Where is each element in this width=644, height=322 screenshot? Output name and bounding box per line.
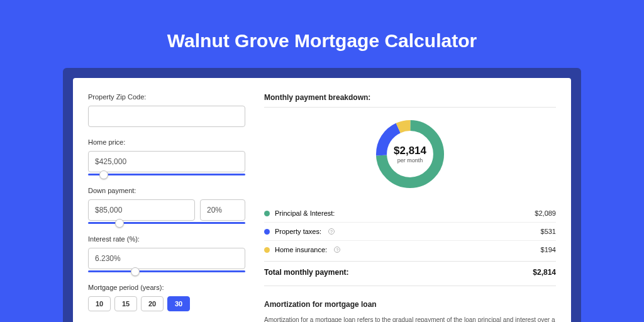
legend-dot <box>264 247 270 253</box>
period-btn-10[interactable]: 10 <box>88 296 111 311</box>
calculator-card: Property Zip Code: Home price: Down paym… <box>73 78 571 322</box>
total-value: $2,814 <box>533 268 556 277</box>
rate-input[interactable] <box>88 248 245 269</box>
total-label: Total monthly payment: <box>264 268 348 277</box>
zip-label: Property Zip Code: <box>88 93 245 101</box>
period-btn-30[interactable]: 30 <box>167 296 190 311</box>
zip-field: Property Zip Code: <box>88 93 245 127</box>
rate-slider[interactable] <box>88 270 245 272</box>
total-row: Total monthly payment: $2,814 <box>264 261 556 286</box>
legend-row: Property taxes:?$531 <box>264 223 556 241</box>
donut-chart: $2,814 per month <box>372 116 448 192</box>
legend-value: $531 <box>541 228 556 235</box>
page-title: Walnut Grove Mortgage Calculator <box>63 30 581 52</box>
price-slider-thumb[interactable] <box>99 170 108 179</box>
period-field: Mortgage period (years): 10152030 <box>88 284 245 311</box>
legend-row: Home insurance:?$194 <box>264 241 556 258</box>
donut-unit: per month <box>397 157 423 164</box>
breakdown-column: Monthly payment breakdown: $2,814 per mo… <box>264 93 556 322</box>
price-input[interactable] <box>88 151 245 172</box>
zip-input[interactable] <box>88 106 245 127</box>
breakdown-title: Monthly payment breakdown: <box>264 93 556 108</box>
donut-chart-wrap: $2,814 per month <box>264 116 556 192</box>
legend-row: Principal & Interest:$2,089 <box>264 204 556 223</box>
legend-value: $194 <box>541 246 556 253</box>
amortization-text: Amortization for a mortgage loan refers … <box>264 315 556 322</box>
period-btn-20[interactable]: 20 <box>141 296 164 311</box>
down-percent-input[interactable] <box>200 199 245 221</box>
info-icon[interactable]: ? <box>328 228 335 235</box>
legend-label: Property taxes: <box>275 228 321 235</box>
legend-label: Home insurance: <box>275 246 327 253</box>
donut-value: $2,814 <box>394 145 426 157</box>
period-label: Mortgage period (years): <box>88 284 245 291</box>
period-btn-15[interactable]: 15 <box>114 296 137 311</box>
amortization-section: Amortization for mortgage loan Amortizat… <box>264 300 556 322</box>
price-label: Home price: <box>88 138 245 146</box>
legend-dot <box>264 211 270 216</box>
down-slider-thumb[interactable] <box>115 219 124 228</box>
down-payment-field: Down payment: <box>88 187 245 224</box>
down-amount-input[interactable] <box>88 199 195 221</box>
price-slider[interactable] <box>88 174 245 175</box>
card-outer: Property Zip Code: Home price: Down paym… <box>63 68 581 322</box>
rate-label: Interest rate (%): <box>88 235 245 243</box>
info-icon[interactable]: ? <box>334 247 340 253</box>
down-slider[interactable] <box>88 222 245 224</box>
legend-list: Principal & Interest:$2,089Property taxe… <box>264 204 556 258</box>
legend-value: $2,089 <box>535 209 556 217</box>
amortization-title: Amortization for mortgage loan <box>264 300 556 309</box>
rate-field: Interest rate (%): <box>88 235 245 272</box>
legend-dot <box>264 229 270 235</box>
form-column: Property Zip Code: Home price: Down paym… <box>88 93 245 322</box>
down-label: Down payment: <box>88 187 245 194</box>
rate-slider-thumb[interactable] <box>131 267 140 276</box>
price-field: Home price: <box>88 138 245 175</box>
donut-center: $2,814 per month <box>372 116 448 192</box>
period-segmented: 10152030 <box>88 296 245 311</box>
legend-label: Principal & Interest: <box>275 209 335 217</box>
